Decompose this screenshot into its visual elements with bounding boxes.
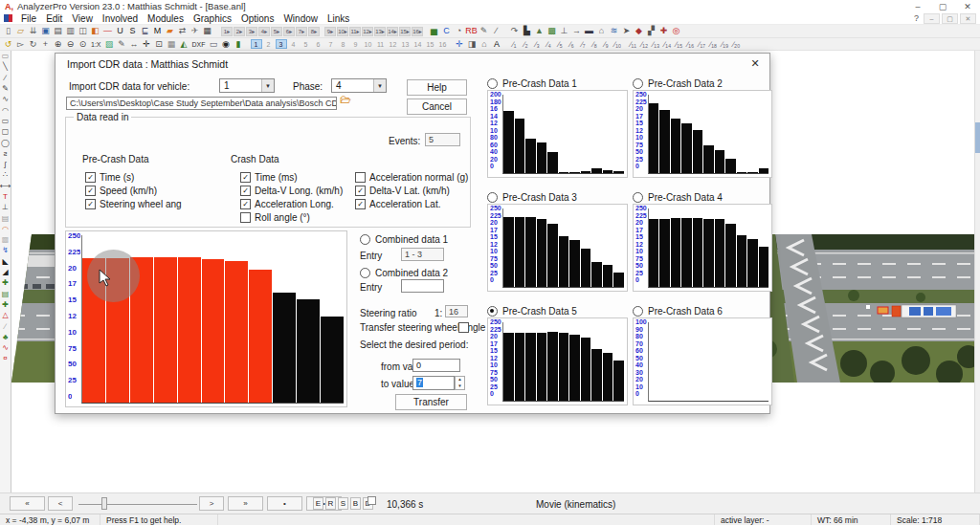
slope-preset-5[interactable]: ∕₅ xyxy=(555,39,567,49)
radio-icon[interactable] xyxy=(633,306,643,317)
radio-icon[interactable] xyxy=(360,268,370,278)
path-input[interactable]: C:\Users\ms\Desktop\Case Study September… xyxy=(66,97,337,110)
truck-icon[interactable]: ▙ xyxy=(521,26,533,36)
wedge-tool[interactable]: ◣ xyxy=(0,256,11,267)
dimension-tool[interactable]: ⟷ xyxy=(0,181,11,191)
playback-checkbox[interactable] xyxy=(368,496,376,505)
transfer-icon[interactable]: ⇄ xyxy=(176,26,189,36)
redo-icon[interactable]: ↻ xyxy=(27,39,39,50)
layer-5-button[interactable]: 5 xyxy=(301,39,312,49)
label-pin-tool[interactable]: ⊥ xyxy=(0,202,11,212)
vehicle-10-icon[interactable]: 10▸ xyxy=(337,27,348,36)
ellipse-tool[interactable]: ◯ xyxy=(0,137,11,147)
vehicle-9-icon[interactable]: 9▸ xyxy=(324,27,336,36)
skidmark-tool[interactable]: ∿ xyxy=(0,342,11,353)
layer-7-button[interactable]: 7 xyxy=(325,39,337,49)
checkbox-acceleration-lat-[interactable]: ✓Acceleration Lat. xyxy=(355,199,441,209)
settings-s-icon[interactable]: S xyxy=(126,26,139,36)
flag-button-b[interactable]: B xyxy=(350,497,361,510)
open-file-icon[interactable]: ▱ xyxy=(14,26,27,36)
checkbox-delta-v-long-km-h-[interactable]: ✓Delta-V Long. (km/h) xyxy=(240,186,343,196)
house-icon[interactable]: ⌂ xyxy=(479,39,491,50)
slope-preset-11[interactable]: ∕₁₁ xyxy=(628,39,639,49)
flag-button-e[interactable]: E xyxy=(313,497,323,510)
road-tool[interactable]: ▤ xyxy=(0,289,11,299)
help-menu[interactable]: ? xyxy=(914,13,919,23)
layer-3-button[interactable]: 3 xyxy=(276,39,287,49)
radio-icon[interactable] xyxy=(360,234,370,245)
warning-sign-tool[interactable]: △ xyxy=(0,310,11,320)
rounded-rect-tool[interactable]: ▢ xyxy=(0,126,11,137)
layer-16-button[interactable]: 16 xyxy=(437,39,449,49)
panel-tool[interactable]: ▤ xyxy=(0,212,11,223)
radio-icon[interactable] xyxy=(487,306,498,317)
text-tool[interactable]: T xyxy=(0,191,11,202)
print-icon[interactable]: ▤ xyxy=(52,26,64,36)
slope-preset-6[interactable]: ∕₆ xyxy=(567,39,578,49)
vehicle-6-icon[interactable]: 6▸ xyxy=(283,27,295,36)
thin-line-tool[interactable]: ∕ xyxy=(0,73,11,83)
tree-tool[interactable]: ♣ xyxy=(0,332,11,342)
image-icon[interactable]: ▨ xyxy=(103,39,116,50)
spinner-down-icon[interactable]: ▼ xyxy=(456,383,464,390)
zoom-out-icon[interactable]: ⊖ xyxy=(64,39,77,50)
slope-preset-9[interactable]: ∕₉ xyxy=(601,39,612,49)
record-button[interactable]: • xyxy=(306,496,342,511)
line-icon[interactable]: ∕ xyxy=(490,26,502,36)
traffic-light-icon[interactable]: ▮ xyxy=(233,39,245,50)
slope-preset-10[interactable]: ∕₁₀ xyxy=(612,39,624,49)
cancel-button[interactable]: Cancel xyxy=(407,98,467,115)
precrash-1-radio-row[interactable]: Pre-Crash Data 1 xyxy=(487,78,577,89)
curve-icon[interactable]: ↷ xyxy=(508,26,521,36)
first-frame-button[interactable]: « xyxy=(10,496,45,511)
checkbox-icon[interactable]: ✓ xyxy=(355,186,366,196)
arc-tool[interactable]: ◠ xyxy=(0,104,11,115)
slope-preset-3[interactable]: ∕₃ xyxy=(532,39,544,49)
step-forward-button[interactable]: > xyxy=(199,496,224,511)
menu-involved[interactable]: Involved xyxy=(98,13,143,24)
clock-icon[interactable]: ◔ xyxy=(453,26,465,36)
combined-data-1-radio[interactable]: Combined data 1 xyxy=(360,234,448,245)
mdi-close-button[interactable]: ✕ xyxy=(960,13,976,24)
radio-icon[interactable] xyxy=(487,78,498,89)
select-arrow-icon[interactable]: ▻ xyxy=(14,39,27,50)
timeline-track[interactable] xyxy=(78,504,197,505)
open-folder-icon[interactable]: 🗁 xyxy=(340,93,351,106)
spline-tool[interactable]: ʃ xyxy=(0,159,11,169)
layer-2-button[interactable]: 2 xyxy=(263,39,275,49)
checkbox-icon[interactable]: ✓ xyxy=(85,186,96,196)
checkbox-icon[interactable] xyxy=(240,212,251,223)
layer-12-button[interactable]: 12 xyxy=(388,39,399,49)
menu-links[interactable]: Links xyxy=(323,13,354,24)
terrain-icon[interactable]: ▲ xyxy=(533,26,546,36)
vehicle-16-icon[interactable]: 16▸ xyxy=(412,27,423,36)
slope-preset-20[interactable]: ∕₂₀ xyxy=(731,39,743,49)
layout-icon[interactable]: ◧ xyxy=(89,26,101,36)
to-value-input[interactable]: 7 xyxy=(412,376,455,390)
precrash-3-radio-row[interactable]: Pre-Crash Data 3 xyxy=(487,192,577,203)
chevron-down-icon[interactable]: ▼ xyxy=(261,79,274,92)
dialog-title-bar[interactable]: Import CDR data : Matthias Schmidt ✕ xyxy=(56,54,769,73)
entry1-input[interactable]: 1 - 3 xyxy=(401,248,444,261)
layer-13-button[interactable]: 13 xyxy=(400,39,412,49)
checkbox-icon[interactable]: ✓ xyxy=(240,199,251,209)
zigzag-tool[interactable]: ƨ xyxy=(0,148,11,159)
cross-icon[interactable]: ✚ xyxy=(657,26,670,36)
vehicle-4-icon[interactable]: 4▸ xyxy=(258,27,270,36)
radio-icon[interactable] xyxy=(633,78,643,89)
grid-icon[interactable]: ▦ xyxy=(166,39,178,50)
checkbox-steering-wheel-ang[interactable]: ✓Steering wheel ang xyxy=(85,199,182,209)
waves-icon[interactable]: ≋ xyxy=(608,26,620,36)
dash-icon[interactable]: — xyxy=(101,26,114,36)
a-style-icon[interactable]: A xyxy=(491,39,503,50)
resize-icon[interactable]: ↔ xyxy=(128,39,141,50)
checkbox-icon[interactable]: ✓ xyxy=(85,199,96,209)
measurement-icon[interactable]: M xyxy=(151,26,164,36)
curve-tool[interactable]: ∿ xyxy=(0,94,11,104)
undo-icon[interactable]: ↺ xyxy=(2,39,14,50)
slope-tool[interactable]: ◢ xyxy=(0,267,11,277)
rainbow-arc-tool[interactable]: ◠ xyxy=(0,224,11,234)
pen-tool[interactable]: ✎ xyxy=(0,83,11,94)
rectangle-tool[interactable]: ▭ xyxy=(0,116,11,126)
phase-select[interactable]: 4 ▼ xyxy=(331,78,387,93)
